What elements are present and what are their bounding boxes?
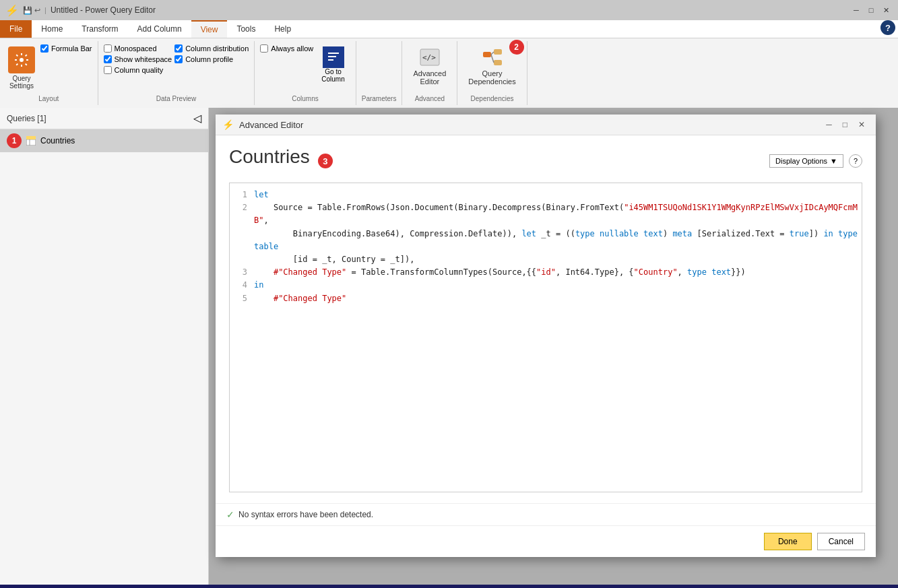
divider: | — [44, 6, 46, 14]
countries-query-name: Countries — [40, 136, 75, 145]
close-button[interactable]: ✕ — [879, 3, 893, 17]
sidebar-collapse-button[interactable]: ◁ — [193, 112, 201, 125]
tab-file[interactable]: File — [0, 20, 32, 38]
status-bar: 2 COLUMNS, 3 ROWS Column profiling based… — [0, 585, 898, 588]
tab-help[interactable]: Help — [265, 20, 300, 38]
line-num-5: 5 — [230, 292, 254, 305]
line-num-2c — [230, 253, 254, 266]
column-distribution-row[interactable]: Column distribution — [174, 44, 249, 53]
quick-access: 💾 ↩ — [23, 6, 40, 15]
show-whitespace-checkbox[interactable] — [104, 55, 112, 63]
modal-maximize-button[interactable]: □ — [839, 119, 852, 131]
code-content-4: in — [254, 279, 862, 292]
area3-badge: 3 — [318, 154, 333, 168]
always-allow-checkbox[interactable] — [260, 44, 268, 53]
column-distribution-checkbox[interactable] — [174, 44, 183, 53]
show-whitespace-row[interactable]: Show whitespace — [104, 55, 172, 63]
advanced-editor-button[interactable]: </> Advanced Editor — [408, 44, 451, 88]
monospaced-checkbox[interactable] — [104, 44, 112, 53]
formula-bar-checkbox-row[interactable]: Formula Bar — [40, 44, 92, 53]
column-quality-row[interactable]: Column quality — [104, 66, 172, 74]
modal-status: ✓ No syntax errors have been detected. — [216, 503, 876, 525]
ribbon-group-dependencies: Query Dependencies 2 Dependencies — [457, 41, 527, 105]
ribbon-group-advanced: </> Advanced Editor Advanced — [402, 41, 457, 105]
monospaced-label: Monospaced — [115, 44, 157, 53]
ribbon-tab-row: File Home Transform Add Column View Tool… — [0, 20, 898, 38]
column-quality-label: Column quality — [115, 66, 164, 74]
show-whitespace-label: Show whitespace — [115, 55, 172, 63]
ribbon-group-data-preview: Monospaced Show whitespace Column qualit… — [98, 41, 255, 105]
svg-rect-3 — [328, 59, 333, 61]
columns-col1: Always allow — [260, 44, 313, 53]
data-preview-group-label: Data Preview — [156, 92, 196, 102]
tab-view[interactable]: View — [191, 20, 228, 38]
cancel-button[interactable]: Cancel — [817, 533, 865, 550]
modal-minimize-button[interactable]: ─ — [822, 119, 836, 131]
modal-title: Advanced Editor — [239, 120, 816, 130]
advanced-editor-modal: ⚡ Advanced Editor ─ □ ✕ Countries 3 — [216, 115, 876, 557]
display-options-button[interactable]: Display Options ▼ — [769, 154, 843, 168]
column-profile-checkbox[interactable] — [174, 55, 183, 63]
code-line-3: 3 #"Changed Type" = Table.TransformColum… — [230, 266, 862, 279]
column-quality-checkbox[interactable] — [104, 66, 112, 74]
always-allow-row[interactable]: Always allow — [260, 44, 313, 53]
query-dependencies-button[interactable]: Query Dependencies 2 — [463, 44, 521, 88]
svg-rect-14 — [26, 136, 36, 139]
svg-line-10 — [491, 55, 494, 63]
monospaced-row[interactable]: Monospaced — [104, 44, 172, 53]
code-line-2b: BinaryEncoding.Base64), Compression.Defl… — [230, 228, 862, 253]
countries-table-icon — [26, 135, 36, 146]
data-preview-items: Monospaced Show whitespace Column qualit… — [104, 44, 249, 92]
ribbon-group-columns: Always allow Go to Column Columns — [255, 41, 356, 105]
line-num-3: 3 — [230, 266, 254, 279]
modal-icon: ⚡ — [222, 119, 234, 130]
modal-body: Countries 3 Display Options ▼ ? — [216, 135, 876, 503]
sidebar-item-countries[interactable]: 1 Countries — [0, 129, 208, 152]
svg-rect-1 — [328, 53, 339, 54]
editor-help-button[interactable]: ? — [849, 154, 862, 168]
modal-close-button[interactable]: ✕ — [854, 119, 869, 131]
tab-add-column[interactable]: Add Column — [128, 20, 191, 38]
columns-group-label: Columns — [292, 92, 318, 102]
main-area: Queries [1] ◁ 1 Countries ⚡ Advanced Edi… — [0, 108, 898, 585]
column-distribution-label: Column distribution — [185, 44, 249, 53]
maximize-button[interactable]: □ — [864, 3, 878, 17]
always-allow-label: Always allow — [271, 44, 313, 53]
minimize-button[interactable]: ─ — [849, 3, 863, 17]
columns-items: Always allow Go to Column — [260, 44, 350, 92]
code-line-2: 2 Source = Table.FromRows(Json.Document(… — [230, 201, 862, 227]
svg-rect-8 — [494, 60, 502, 65]
layout-checkboxes: Formula Bar — [40, 44, 92, 53]
advanced-editor-icon: </> — [419, 46, 441, 68]
query-settings-icon — [8, 46, 35, 73]
formula-bar-checkbox[interactable] — [40, 44, 49, 53]
advanced-editor-label: Advanced Editor — [413, 69, 446, 86]
sidebar-header: Queries [1] ◁ — [0, 108, 208, 129]
code-content-2c: [id = _t, Country = _t]), — [254, 253, 862, 266]
modal-toolbar: Display Options ▼ ? — [769, 154, 862, 168]
page-root: ⚡ 💾 ↩ | Untitled - Power Query Editor ─ … — [0, 0, 898, 588]
modal-overlay: ⚡ Advanced Editor ─ □ ✕ Countries 3 — [209, 108, 898, 585]
help-circle-icon[interactable]: ? — [880, 20, 895, 35]
modal-window-controls: ─ □ ✕ — [822, 119, 869, 131]
line-num-2b — [230, 228, 254, 253]
svg-point-0 — [20, 58, 24, 62]
query-settings-button[interactable]: Query Settings — [5, 44, 38, 92]
column-profile-label: Column profile — [185, 55, 233, 63]
tab-tools[interactable]: Tools — [227, 20, 265, 38]
svg-text:</>: </> — [422, 53, 436, 62]
svg-rect-6 — [483, 52, 491, 57]
done-button[interactable]: Done — [764, 533, 812, 550]
tab-transform[interactable]: Transform — [72, 20, 127, 38]
ribbon-group-layout-items: Query Settings Formula Bar — [5, 44, 92, 92]
display-options-arrow: ▼ — [830, 157, 837, 165]
data-preview-col1: Monospaced Show whitespace Column qualit… — [104, 44, 172, 75]
code-content-2b: BinaryEncoding.Base64), Compression.Defl… — [254, 228, 862, 253]
tab-home[interactable]: Home — [32, 20, 72, 38]
title-bar: ⚡ 💾 ↩ | Untitled - Power Query Editor ─ … — [0, 0, 898, 20]
code-editor[interactable]: 1 let 2 Source = Table.FromRows(Json.Doc… — [229, 183, 862, 492]
modal-query-title: Countries — [229, 146, 310, 168]
code-line-4: 4 in — [230, 279, 862, 292]
goto-column-button[interactable]: Go to Column — [316, 44, 350, 86]
column-profile-row[interactable]: Column profile — [174, 55, 249, 63]
